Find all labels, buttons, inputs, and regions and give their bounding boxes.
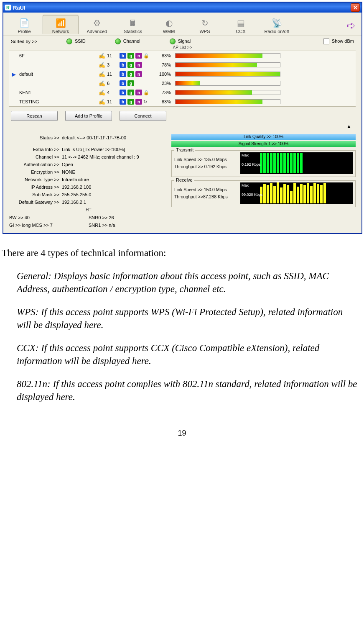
- lock-icon: 🔒: [143, 53, 150, 59]
- doc-item-80211n: 802.11n: If this access point complies w…: [17, 377, 359, 403]
- tab-radio[interactable]: 📡Radio on/off: [259, 15, 294, 34]
- sort-signal[interactable]: Signal: [170, 38, 191, 44]
- sort-channel[interactable]: Channel: [115, 38, 140, 44]
- doc-item-general: General: Displays basic information abou…: [17, 269, 359, 295]
- ip-value: 192.168.2.100: [62, 183, 168, 191]
- ap-list-label: AP List >>: [3, 44, 361, 51]
- ap-row[interactable]: 6F ✍ 11 b g n 🔒 83%: [9, 51, 356, 60]
- ap-signal-bar: [175, 53, 280, 58]
- close-button[interactable]: ✕: [351, 3, 360, 12]
- ap-channel: 6: [107, 81, 120, 86]
- doc-item-wps: WPS: If this access point supports WPS (…: [17, 305, 359, 331]
- ht-label: HT: [9, 208, 168, 212]
- connect-button[interactable]: Connect: [120, 111, 166, 121]
- rescan-button[interactable]: Rescan: [11, 111, 58, 121]
- ap-signal-pct: 83%: [150, 53, 175, 58]
- ap-row[interactable]: ✍ 6 b g 23%: [9, 79, 356, 88]
- ap-signal-bar: [175, 90, 280, 95]
- tab-advanced[interactable]: ⚙Advanced: [79, 15, 115, 34]
- mode-g-icon: g: [127, 71, 134, 77]
- auth-icon: ✍: [99, 71, 107, 77]
- mode-b-icon: b: [120, 80, 126, 86]
- extra-info-value: Link is Up [Tx Power >>:100%]: [62, 146, 168, 153]
- ap-channel: 4: [107, 90, 120, 95]
- rx-graph: Max99.020 Kbps: [240, 182, 353, 204]
- lock-icon: ↻: [143, 99, 150, 105]
- title-bar[interactable]: R RaUI ✕: [3, 3, 361, 13]
- tab-wmm[interactable]: ◐WMM: [151, 15, 186, 34]
- add-to-profile-button[interactable]: Add to Profile: [65, 111, 112, 121]
- ap-signal-bar: [175, 72, 280, 77]
- ap-row[interactable]: TESTING ✍ 11 b g n ↻ 83%: [9, 97, 356, 106]
- ap-channel: 11: [107, 53, 120, 58]
- auth-icon: ✍: [99, 62, 107, 68]
- app-icon: R: [5, 5, 11, 10]
- mode-n-icon: n: [135, 53, 142, 59]
- tab-statistics[interactable]: 🖩Statistics: [115, 15, 150, 34]
- ap-signal-pct: 83%: [150, 99, 175, 104]
- doc-intro: There are 4 types of technical informati…: [2, 246, 362, 259]
- ap-channel: 11: [107, 72, 120, 77]
- panel-divider: ▲: [9, 127, 356, 132]
- ht-grid: BW >> 40SNR0 >> 26 GI >> long MCS >> 7SN…: [9, 214, 168, 229]
- ap-signal-bar: [175, 99, 280, 104]
- mode-g-icon: g: [127, 53, 134, 59]
- tab-profile[interactable]: 📄Profile: [7, 15, 42, 34]
- ap-row[interactable]: KEN1 ✍ 4 b g n 🔒 73%: [9, 88, 356, 97]
- selected-indicator-icon: ▶: [12, 71, 16, 77]
- mode-g-icon: g: [127, 99, 134, 105]
- link-quality-bar: Link Quality >> 100%: [171, 134, 356, 140]
- mode-g-icon: g: [127, 80, 134, 86]
- auth-icon: ✍: [99, 90, 107, 96]
- collapse-up-icon[interactable]: ▲: [346, 123, 351, 129]
- ap-signal-pct: 78%: [150, 62, 175, 67]
- mode-g-icon: g: [127, 62, 134, 68]
- tab-network[interactable]: 📶Network: [43, 15, 79, 34]
- network-type-value: Infrastructure: [62, 176, 168, 183]
- page-number: 19: [0, 429, 364, 446]
- mode-g-icon: g: [127, 90, 134, 95]
- mode-n-icon: n: [135, 62, 142, 68]
- ap-signal-bar: [175, 62, 280, 67]
- ap-row[interactable]: ✍ 3 b g n 78%: [9, 60, 356, 69]
- sort-ssid[interactable]: SSID: [66, 38, 86, 44]
- channel-value: 11 <--> 2462 MHz; central channel : 9: [62, 153, 168, 161]
- document-body: There are 4 types of technical informati…: [0, 234, 364, 403]
- mode-b-icon: b: [120, 90, 126, 95]
- ap-channel: 3: [107, 62, 120, 67]
- tx-throughput: Throughput >> 0.192 Kbps: [174, 163, 237, 170]
- main-toolbar: 📄Profile 📶Network ⚙Advanced 🖩Statistics …: [3, 13, 361, 36]
- action-buttons: Rescan Add to Profile Connect: [3, 107, 361, 125]
- auth-value: Open: [62, 161, 168, 168]
- lock-icon: 🔒: [143, 90, 150, 95]
- mode-n-icon: n: [135, 99, 142, 105]
- tab-ccx[interactable]: ▤CCX: [223, 15, 258, 34]
- arrow-next-icon[interactable]: ➪: [344, 18, 358, 34]
- ap-ssid: TESTING: [19, 99, 99, 104]
- ap-row[interactable]: ▶ default ✍ 11 b g n 100%: [9, 69, 356, 79]
- ap-signal-pct: 23%: [150, 81, 175, 86]
- transmit-fieldset: Transmit Link Speed >> 135.0 Mbps Throug…: [171, 150, 356, 177]
- ap-signal-bar: [175, 81, 280, 86]
- mode-n-icon: n: [135, 90, 142, 95]
- gateway-value: 192.168.2.1: [62, 198, 168, 206]
- auth-icon: ✍: [99, 53, 107, 59]
- auth-icon: ✍: [99, 80, 107, 87]
- status-value: default <--> 00-1F-1F-1F-7B-00: [62, 134, 168, 141]
- ap-list[interactable]: 6F ✍ 11 b g n 🔒 83% ✍ 3 b g n 78% ▶ defa…: [9, 51, 356, 107]
- ap-ssid: KEN1: [19, 90, 99, 95]
- tx-graph: Max0.192 Kbps: [240, 152, 353, 174]
- sort-row: Sorted by >> SSID Channel Signal Show dB…: [3, 36, 361, 44]
- window-title: RaUI: [13, 5, 25, 11]
- mode-b-icon: b: [120, 99, 126, 105]
- signal-strength-bar: Signal Strength 1 >> 100%: [171, 141, 356, 147]
- ap-signal-pct: 100%: [150, 72, 175, 77]
- show-dbm-checkbox[interactable]: Show dBm: [323, 38, 354, 44]
- ap-channel: 11: [107, 99, 120, 104]
- tab-wps[interactable]: ↻WPS: [187, 15, 222, 34]
- tx-speed: Link Speed >> 135.0 Mbps: [174, 156, 237, 163]
- details-panel: Status >>default <--> 00-1F-1F-1F-7B-00 …: [3, 132, 361, 233]
- mask-value: 255.255.255.0: [62, 191, 168, 198]
- encryption-value: NONE: [62, 168, 168, 176]
- doc-item-ccx: CCX: If this access point supports CCX (…: [17, 341, 359, 367]
